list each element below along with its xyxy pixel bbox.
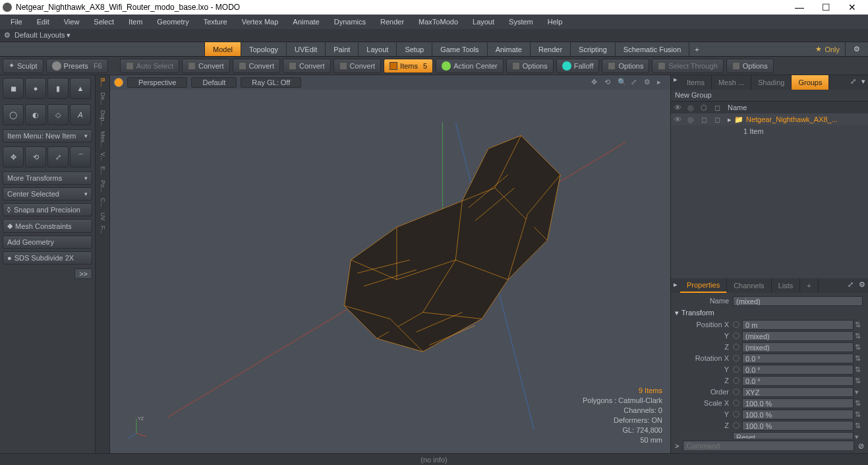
axis-gizmo[interactable]: YZ xyxy=(123,414,150,440)
spinner-icon[interactable]: ⇅ xyxy=(855,321,864,329)
tab-topology[interactable]: Topology xyxy=(241,42,286,56)
vstrip-curve[interactable]: C... xyxy=(100,198,106,207)
convert4-button[interactable]: Convert xyxy=(333,59,382,73)
vp-move-icon[interactable]: ✥ xyxy=(591,78,600,87)
left-more-button[interactable]: >> xyxy=(74,268,92,279)
rtab-shading[interactable]: Shading xyxy=(751,75,792,90)
keyframe-icon[interactable] xyxy=(733,377,739,384)
menu-view[interactable]: View xyxy=(57,16,86,27)
menu-render[interactable]: Render xyxy=(374,16,411,27)
reset-button[interactable]: Reset xyxy=(733,432,854,439)
prim-sphere-icon[interactable]: ● xyxy=(25,78,46,99)
menu-animate[interactable]: Animate xyxy=(286,16,326,27)
spinner-icon[interactable]: ⇅ xyxy=(855,377,864,385)
menu-edit[interactable]: Edit xyxy=(30,16,56,27)
sculpt-button[interactable]: ✦Sculpt xyxy=(3,59,43,73)
pos-x-field[interactable]: 0 m xyxy=(742,320,854,330)
menu-item[interactable]: Item xyxy=(122,16,149,27)
dropdown-icon[interactable]: ▾ xyxy=(855,388,864,396)
sds-subdivide-button[interactable]: ●SDS Subdivide 2X xyxy=(3,251,92,264)
new-group-label[interactable]: New Group xyxy=(671,90,868,102)
rtab-groups[interactable]: Groups xyxy=(792,75,829,90)
tab-schematic[interactable]: Schematic Fusion xyxy=(615,42,689,56)
close-button[interactable]: ✕ xyxy=(839,2,865,13)
options2-button[interactable]: Options xyxy=(602,59,649,73)
keyframe-icon[interactable] xyxy=(733,332,739,339)
command-chevron-icon[interactable]: > xyxy=(675,442,679,450)
vstrip-edge[interactable]: E... xyxy=(100,166,106,175)
tab-model[interactable]: Model xyxy=(204,42,241,56)
menu-vertexmap[interactable]: Vertex Map xyxy=(235,16,285,27)
menu-file[interactable]: File xyxy=(4,16,29,27)
autoselect-button[interactable]: Auto Select xyxy=(120,59,179,73)
spinner-icon[interactable]: ⇅ xyxy=(855,421,864,430)
vstrip-mesh[interactable]: Mes... xyxy=(100,131,106,148)
layout-dropdown[interactable]: Default Layouts ▾ xyxy=(14,31,71,40)
vstrip-basic[interactable]: B... xyxy=(100,78,106,87)
mesh-constraints-button[interactable]: ◆Mesh Constraints xyxy=(3,219,92,233)
chevron-right-icon[interactable]: ▸ xyxy=(728,115,732,124)
tab-render[interactable]: Render xyxy=(530,42,570,56)
tab-add[interactable]: + xyxy=(689,42,704,56)
prim-plane-icon[interactable]: ◇ xyxy=(47,104,69,125)
rot-x-field[interactable]: 0.0 ° xyxy=(742,354,854,363)
ptab-add[interactable]: + xyxy=(800,278,818,293)
item-menu-dropdown[interactable]: Item Menu: New Item▾ xyxy=(3,129,92,142)
keyframe-icon[interactable] xyxy=(733,321,739,328)
layout-gear-icon[interactable]: ⚙ xyxy=(4,31,11,40)
rtab-menu-icon[interactable]: ▾ xyxy=(859,75,868,90)
transform-scale-icon[interactable]: ⤢ xyxy=(47,146,69,168)
menu-texture[interactable]: Texture xyxy=(197,16,234,27)
vstrip-deform[interactable]: De... xyxy=(100,92,106,105)
select-icon[interactable]: ◻ xyxy=(710,104,724,112)
menu-geometry[interactable]: Geometry xyxy=(150,16,195,27)
keyframe-icon[interactable] xyxy=(733,388,739,395)
maximize-button[interactable]: ☐ xyxy=(813,2,839,13)
transform-bend-icon[interactable]: ⌒ xyxy=(70,146,91,168)
camera-icon[interactable]: ◎ xyxy=(684,104,697,112)
viewport-canvas[interactable]: 9 Items Polygons : Catmull-Clark Channel… xyxy=(110,90,670,453)
ptab-expand-icon[interactable]: ⤢ xyxy=(845,278,856,293)
tree-body[interactable] xyxy=(671,137,868,278)
convert2-button[interactable]: Convert xyxy=(233,59,281,73)
prim-teapot-icon[interactable]: ◐ xyxy=(25,104,46,125)
more-transforms-button[interactable]: More Transforms▾ xyxy=(3,171,92,185)
rot-y-field[interactable]: 0.0 ° xyxy=(742,365,854,375)
lock-icon[interactable]: ⬡ xyxy=(697,104,710,112)
menu-help[interactable]: Help xyxy=(541,16,569,27)
tab-setup[interactable]: Setup xyxy=(396,42,432,56)
command-input[interactable] xyxy=(683,441,854,451)
rot-z-field[interactable]: 0.0 ° xyxy=(742,376,854,386)
rtab-mesh[interactable]: Mesh ... xyxy=(712,75,751,90)
prim-cone-icon[interactable]: ▲ xyxy=(70,78,91,99)
convert1-button[interactable]: Convert xyxy=(182,59,230,73)
actioncenter-button[interactable]: Action Center xyxy=(436,59,504,73)
keyframe-icon[interactable] xyxy=(733,366,739,373)
pos-z-field[interactable]: (mixed) xyxy=(742,342,854,352)
tree-row[interactable]: 👁◎◻◻ ▸📁Netgear_Nighthawk_AX8_... xyxy=(671,113,868,125)
tab-layout[interactable]: Layout xyxy=(358,42,396,56)
prim-cube-icon[interactable]: ◼ xyxy=(3,78,24,99)
eye-icon[interactable]: 👁 xyxy=(671,104,684,111)
vp-gear-icon[interactable]: ⚙ xyxy=(644,78,653,87)
scl-y-field[interactable]: 100.0 % xyxy=(742,410,854,419)
rtab-expand-icon[interactable]: ⤢ xyxy=(848,75,859,90)
rtab-items[interactable]: Items xyxy=(680,75,712,90)
command-clear-icon[interactable]: ⊘ xyxy=(858,442,864,450)
menu-layout[interactable]: Layout xyxy=(466,16,501,27)
prim-cylinder-icon[interactable]: ▮ xyxy=(47,78,69,99)
transform-section[interactable]: ▾Transform xyxy=(671,307,868,319)
options3-button[interactable]: Options xyxy=(726,59,774,73)
vstrip-vertex[interactable]: V... xyxy=(100,152,106,161)
dropdown-icon[interactable]: ▾ xyxy=(855,433,864,439)
ptab-gear-icon[interactable]: ⚙ xyxy=(856,278,868,293)
spinner-icon[interactable]: ⇅ xyxy=(855,354,864,363)
tab-gametools[interactable]: Game Tools xyxy=(432,42,487,56)
add-geometry-button[interactable]: Add Geometry xyxy=(3,235,92,249)
vp-rotate-icon[interactable]: ⟲ xyxy=(604,78,614,87)
spinner-icon[interactable]: ⇅ xyxy=(855,343,864,352)
rtab-chevron-icon[interactable]: ▸ xyxy=(671,75,680,90)
spinner-icon[interactable]: ⇅ xyxy=(855,410,864,419)
ptab-lists[interactable]: Lists xyxy=(772,278,801,293)
ptab-properties[interactable]: Properties xyxy=(680,278,727,293)
